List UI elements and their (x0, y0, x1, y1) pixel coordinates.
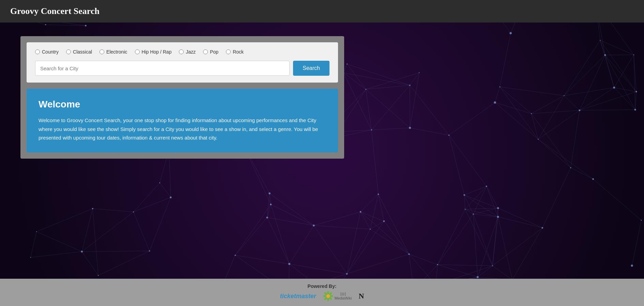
genre-radio-country[interactable] (35, 49, 40, 54)
genre-option-hiphop[interactable]: Hip Hop / Rap (135, 49, 172, 55)
mediawiki-flower-icon (323, 291, 333, 301)
outer-card: CountryClassicalElectronicHip Hop / RapJ… (20, 36, 344, 159)
genre-option-rock[interactable]: Rock (226, 49, 244, 55)
genre-label-jazz: Jazz (186, 49, 196, 55)
genre-option-country[interactable]: Country (35, 49, 59, 55)
genre-radio-pop[interactable] (203, 49, 208, 54)
search-button[interactable]: Search (293, 61, 329, 76)
search-row: Search (35, 61, 329, 76)
genre-row: CountryClassicalElectronicHip Hop / RapJ… (35, 49, 329, 55)
svg-point-9 (326, 294, 330, 298)
genre-label-classical: Classical (73, 49, 92, 55)
genre-label-pop: Pop (210, 49, 218, 55)
city-search-input[interactable] (35, 61, 290, 76)
welcome-body: Welcome to Groovy Concert Search, your o… (39, 116, 326, 142)
genre-label-rock: Rock (233, 49, 244, 55)
welcome-card: Welcome Welcome to Groovy Concert Search… (27, 89, 338, 152)
genre-option-pop[interactable]: Pop (203, 49, 218, 55)
genre-radio-rock[interactable] (226, 49, 231, 54)
genre-radio-hiphop[interactable] (135, 49, 140, 54)
main-content: CountryClassicalElectronicHip Hop / RapJ… (0, 23, 644, 172)
svg-point-2 (327, 298, 329, 301)
powered-by-label: Powered By: (0, 283, 644, 289)
genre-radio-jazz[interactable] (179, 49, 184, 54)
welcome-title: Welcome (39, 99, 326, 110)
genre-option-classical[interactable]: Classical (66, 49, 92, 55)
genre-radio-electronic[interactable] (99, 49, 104, 54)
footer: Powered By: ticketmaster [◎]MediaWiki N (0, 279, 644, 306)
app-header: Groovy Concert Search (0, 0, 644, 23)
app-title: Groovy Concert Search (10, 6, 99, 16)
footer-logos: ticketmaster [◎]MediaWiki N (0, 291, 644, 301)
ticketmaster-logo: ticketmaster (280, 293, 316, 300)
mediawiki-text: [◎]MediaWiki (335, 292, 352, 301)
svg-point-3 (323, 295, 326, 297)
genre-label-country: Country (42, 49, 59, 55)
genre-label-hiphop: Hip Hop / Rap (142, 49, 172, 55)
genre-radio-classical[interactable] (66, 49, 71, 54)
genre-option-electronic[interactable]: Electronic (99, 49, 127, 55)
svg-point-4 (330, 295, 333, 297)
svg-point-1 (327, 291, 329, 294)
genre-label-electronic: Electronic (106, 49, 127, 55)
search-card: CountryClassicalElectronicHip Hop / RapJ… (27, 42, 338, 83)
genre-option-jazz[interactable]: Jazz (179, 49, 196, 55)
mediawiki-logo: [◎]MediaWiki (323, 291, 352, 301)
newsapi-logo: N (358, 292, 364, 301)
